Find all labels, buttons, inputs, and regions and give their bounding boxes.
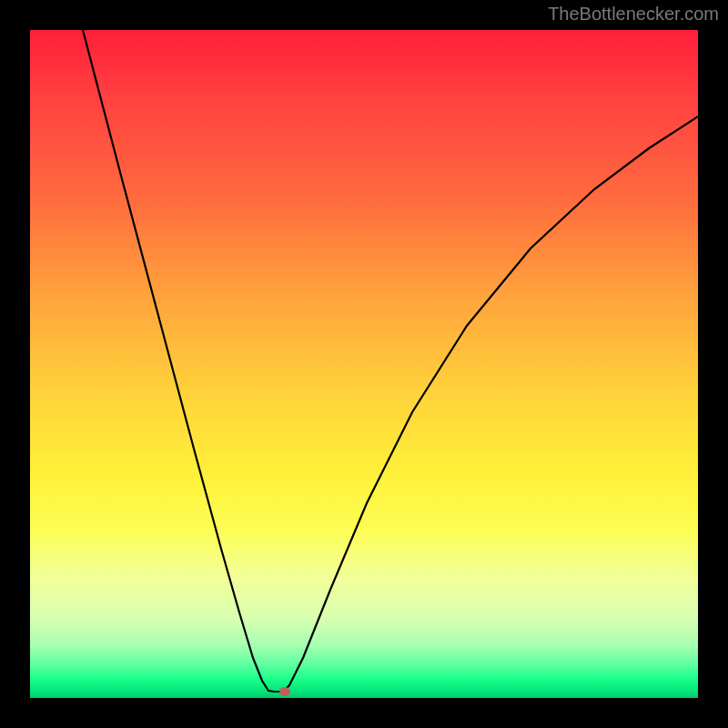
chart-plot-area xyxy=(30,30,698,698)
bottleneck-curve xyxy=(83,30,698,692)
optimum-marker xyxy=(279,687,290,696)
curve-svg xyxy=(30,30,698,698)
watermark-text: TheBottlenecker.com xyxy=(548,4,719,25)
